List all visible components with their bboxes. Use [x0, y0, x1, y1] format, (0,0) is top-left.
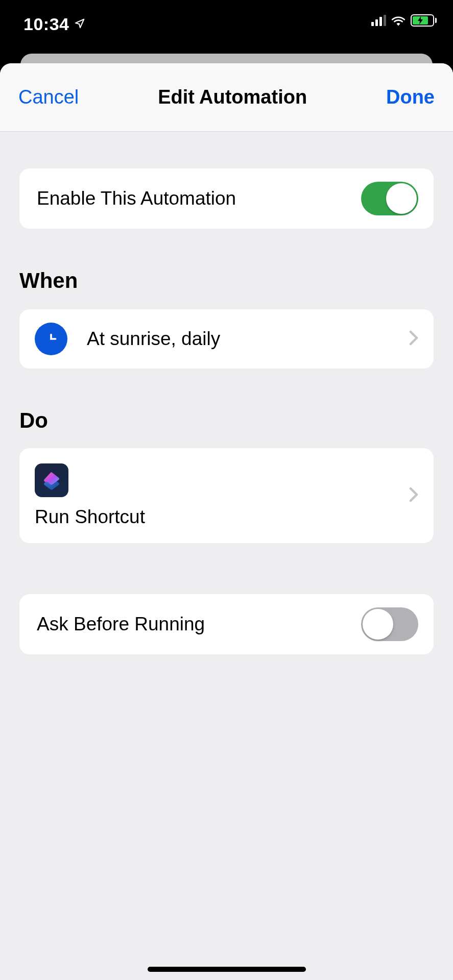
shortcuts-app-icon: [35, 463, 68, 497]
battery-charging-icon: [411, 14, 437, 27]
ask-before-running-toggle[interactable]: [361, 607, 418, 641]
done-button[interactable]: Done: [386, 86, 435, 108]
enable-automation-card: Enable This Automation: [19, 168, 434, 229]
status-left: 10:34: [23, 14, 85, 34]
cancel-button[interactable]: Cancel: [18, 86, 79, 108]
status-bar: 10:34: [0, 0, 453, 54]
when-section-header: When: [19, 268, 434, 293]
ask-before-running-label: Ask Before Running: [37, 614, 361, 635]
when-card: At sunrise, daily: [19, 309, 434, 369]
clock-icon: [35, 323, 67, 355]
cellular-signal-icon: [371, 15, 386, 26]
page-title: Edit Automation: [158, 86, 307, 108]
nav-bar: Cancel Edit Automation Done: [0, 63, 453, 132]
do-action-row[interactable]: Run Shortcut: [19, 448, 434, 543]
home-indicator[interactable]: [148, 967, 306, 972]
chevron-right-icon: [409, 330, 418, 348]
enable-automation-toggle[interactable]: [361, 182, 418, 215]
do-section-header: Do: [19, 408, 434, 433]
when-trigger-text: At sunrise, daily: [87, 328, 390, 350]
location-icon: [74, 18, 85, 31]
chevron-right-icon: [409, 487, 418, 504]
enable-automation-label: Enable This Automation: [37, 188, 361, 209]
do-action-label: Run Shortcut: [35, 506, 396, 528]
status-time: 10:34: [23, 14, 69, 34]
status-right: [371, 14, 437, 27]
when-trigger-row[interactable]: At sunrise, daily: [19, 309, 434, 369]
wifi-icon: [391, 15, 406, 26]
do-card: Run Shortcut: [19, 448, 434, 543]
edit-automation-sheet: Cancel Edit Automation Done Enable This …: [0, 63, 453, 980]
ask-before-running-card: Ask Before Running: [19, 594, 434, 654]
